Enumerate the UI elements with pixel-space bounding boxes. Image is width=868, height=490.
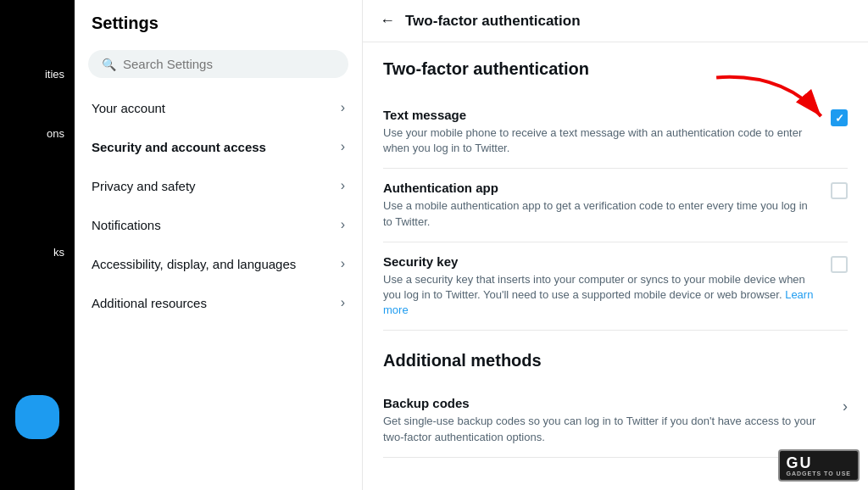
search-icon: 🔍	[102, 58, 116, 71]
backup-codes-desc: Get single-use backup codes so you can l…	[383, 414, 829, 444]
settings-nav: Your account › Security and account acce…	[75, 88, 362, 322]
auth-app-desc: Use a mobile authentication app to get a…	[383, 198, 817, 229]
security-key-desc: Use a security key that inserts into you…	[383, 272, 817, 319]
left-panel-text-2: ons	[47, 127, 64, 140]
search-input[interactable]	[123, 57, 335, 71]
text-message-title: Text message	[383, 108, 817, 122]
chevron-right-icon: ›	[341, 139, 345, 154]
chevron-right-icon: ›	[341, 178, 345, 193]
sidebar-item-your-account[interactable]: Your account ›	[75, 88, 362, 127]
security-key-title: Security key	[383, 254, 817, 269]
backup-codes-row[interactable]: Backup codes Get single-use backup codes…	[383, 384, 848, 457]
sidebar-item-accessibility[interactable]: Accessibility, display, and languages ›	[75, 244, 362, 283]
watermark-subtext: GADGETS TO USE	[787, 471, 852, 476]
chevron-right-icon: ›	[341, 256, 345, 271]
auth-app-title: Authentication app	[383, 181, 817, 195]
sidebar-item-notifications[interactable]: Notifications ›	[75, 205, 362, 244]
sidebar-item-privacy[interactable]: Privacy and safety ›	[75, 166, 362, 205]
back-button[interactable]: ←	[380, 12, 395, 30]
chevron-right-icon: ›	[341, 295, 345, 310]
additional-methods-heading: Additional methods	[383, 351, 848, 370]
settings-sidebar: Settings 🔍 Your account › Security and a…	[75, 0, 363, 490]
left-panel-text-3: ks	[53, 246, 64, 259]
security-key-option: Security key Use a security key that ins…	[383, 242, 848, 331]
chevron-right-icon: ›	[843, 398, 848, 415]
main-content: ← Two-factor authentication Two-factor a…	[363, 0, 868, 490]
compose-button[interactable]	[15, 395, 59, 439]
watermark-text: GU	[787, 454, 813, 471]
section-heading: Two-factor authentication	[383, 59, 848, 79]
security-key-checkbox[interactable]	[831, 256, 848, 273]
backup-codes-text: Backup codes Get single-use backup codes…	[383, 396, 829, 444]
auth-app-text: Authentication app Use a mobile authenti…	[383, 181, 817, 229]
text-message-text: Text message Use your mobile phone to re…	[383, 108, 817, 156]
content-body: Two-factor authentication Text message U…	[363, 42, 868, 475]
page-header: ← Two-factor authentication	[363, 0, 868, 42]
sidebar-item-security[interactable]: Security and account access ›	[75, 127, 362, 166]
sidebar-item-additional[interactable]: Additional resources ›	[75, 283, 362, 322]
learn-more-link[interactable]: Learn more	[383, 288, 813, 316]
auth-app-option: Authentication app Use a mobile authenti…	[383, 169, 848, 242]
left-panel-text-1: ities	[45, 68, 64, 81]
chevron-right-icon: ›	[341, 217, 345, 232]
text-message-option: Text message Use your mobile phone to re…	[383, 96, 848, 169]
search-box[interactable]: 🔍	[88, 50, 348, 78]
security-key-text: Security key Use a security key that ins…	[383, 254, 817, 319]
backup-codes-title: Backup codes	[383, 396, 829, 410]
settings-title: Settings	[75, 0, 362, 43]
watermark: GU GADGETS TO USE	[778, 449, 860, 482]
text-message-desc: Use your mobile phone to receive a text …	[383, 125, 817, 156]
left-panel: ities ons ks	[0, 0, 75, 490]
auth-app-checkbox[interactable]	[831, 182, 848, 199]
page-header-title: Two-factor authentication	[405, 13, 581, 30]
search-container: 🔍	[75, 43, 362, 88]
chevron-right-icon: ›	[341, 100, 345, 115]
text-message-checkbox[interactable]	[831, 109, 848, 126]
